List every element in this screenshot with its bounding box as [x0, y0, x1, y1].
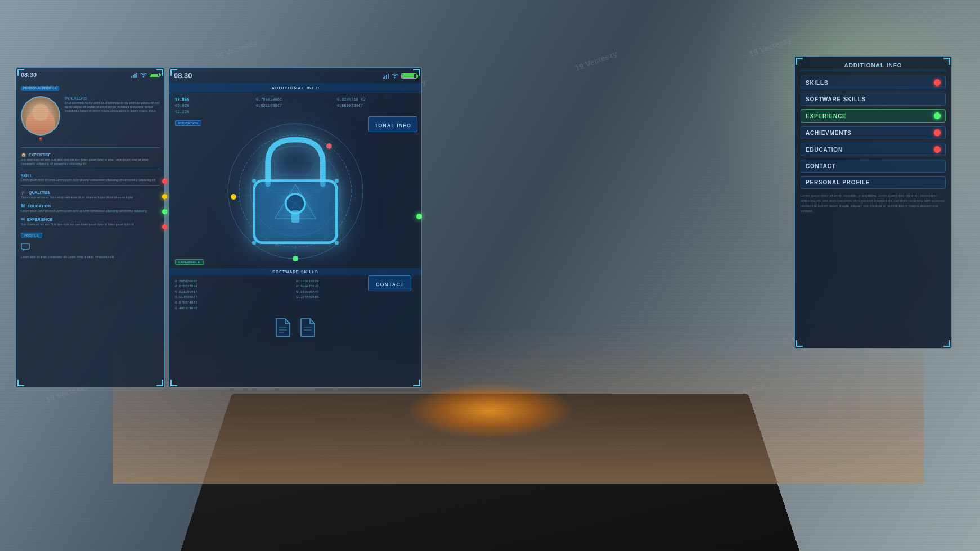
profile-body-text: Ex ut commodo tis eur amet Ex ut commodo… [65, 101, 160, 113]
qualities-text: Talon volutp velit esse Talon volutp vel… [21, 196, 160, 200]
num-092: 0.921186917 [256, 103, 335, 109]
divider-3 [21, 185, 160, 186]
experience-label-right: EXPERIENCE [806, 113, 934, 119]
experience-dot [934, 112, 941, 119]
center-panel-header: 08.30 [169, 68, 421, 83]
panel-header: 08:30 [16, 68, 164, 82]
skills-row[interactable]: SKILLS [801, 76, 946, 89]
dot-red-2 [162, 224, 167, 229]
qualities-section: 🎓 QUALITIES Talon volutp velit esse Talo… [16, 187, 164, 201]
expertise-section: 🏠 EXPERTISE Suis dom nunc em sem Suis do… [16, 150, 164, 167]
left-panel: 08:30 PERSONAL PROFILE [16, 67, 165, 388]
dot-yellow-1 [162, 194, 167, 199]
dot-green-1 [162, 209, 167, 214]
tonal-info-label: TONAL INFO [375, 123, 411, 128]
lock-area: 0.440431841 0.045884802 0.395021032 0.82… [169, 129, 421, 253]
center-wifi-icon [391, 73, 399, 79]
graduation-icon: 🎓 [21, 190, 26, 195]
education-text: Lorem ipsum dolor sit amet Lorem ipsum d… [21, 209, 160, 213]
corner-tr-r [943, 58, 950, 65]
education-section: 🏛 EDUCATION Lorem ipsum dolor sit amet L… [16, 201, 164, 214]
tonal-info-panel: TONAL INFO [368, 116, 417, 132]
avatar-head [32, 104, 49, 121]
center-status-icons [383, 73, 417, 79]
experience-badge: EXPERIENCE [175, 259, 204, 265]
software-skills-row[interactable]: SOFTWARE SKILLS [801, 93, 946, 106]
profile-text-block: INTERESTS Ex ut commodo tis eur amet Ex … [65, 96, 160, 113]
divider-1 [21, 147, 160, 148]
chat-area [16, 241, 164, 254]
file-icons-row [169, 314, 421, 341]
achievements-dot [934, 129, 941, 136]
corner-br-c [413, 380, 420, 386]
skill-label: SKILL [21, 174, 160, 178]
num-09: 09.02% [175, 103, 254, 109]
experience-row[interactable]: EXPERIENCE [801, 109, 946, 123]
svg-point-2 [394, 76, 396, 78]
wifi-icon [140, 72, 147, 78]
education-dot [934, 146, 941, 153]
dot-green-2 [416, 214, 422, 219]
center-panel: 08.30 ADDITIONAL INFO 97.85% 09.02 [169, 67, 422, 388]
personal-profile-tag: PERSONAL PROFILE [21, 86, 59, 91]
personal-profile-label: PERSONAL PROFILE [806, 179, 941, 186]
contact-row[interactable]: CONTACT [801, 160, 946, 173]
num-078: 0.785820061 [256, 97, 335, 103]
skill-section: SKILL Lorem ipsum dolor sit amet Lorem i… [16, 171, 164, 183]
achievements-label: ACHIEVMENTS [806, 130, 934, 136]
signal-bars-icon [131, 72, 137, 78]
num-092a: 0.9204716 42 [337, 97, 416, 103]
location-pin-icon: 📍 [37, 137, 44, 143]
skill-text: Lorem ipsum dolor sit amet Lorem ipsum d… [21, 178, 160, 182]
corner-br [156, 380, 163, 386]
skills-dot [934, 79, 941, 86]
experience-text: Suis dom nunc em sem Suis dom nunc em se… [21, 223, 160, 227]
status-icons [131, 72, 160, 78]
education-label-right: EDUCATION [806, 147, 934, 153]
corner-bl-r [796, 340, 803, 347]
chat-icon [21, 243, 32, 252]
file-icon-1 [275, 318, 291, 337]
interests-label: INTERESTS [65, 96, 160, 100]
num-095: 0.956073447 [337, 103, 416, 109]
svg-rect-1 [21, 243, 29, 249]
education-badge: EDUCATION [175, 120, 201, 126]
experience-section-left: ✉ EXPERIENCE Suis dom nunc em sem Suis d… [16, 214, 164, 228]
footer-text-area: Lorem dolor sit amet, consectetur elit L… [16, 254, 164, 260]
expertise-label: 🏠 EXPERTISE [21, 152, 160, 157]
keyboard-glow [406, 382, 574, 439]
svg-point-18 [335, 179, 339, 183]
lock-icon [239, 129, 352, 253]
right-panel-title: ADDITIONAL INFO [801, 62, 946, 71]
right-panel: ADDITIONAL INFO SKILLS SOFTWARE SKILLS E… [794, 56, 952, 349]
corner-tl-c [170, 69, 177, 76]
education-row[interactable]: EDUCATION [801, 143, 946, 156]
profile-tag-area: PERSONAL PROFILE [16, 82, 164, 94]
contact-label: CONTACT [376, 282, 404, 287]
skills-label: SKILLS [806, 80, 934, 86]
profile-section: 📍 INTERESTS Ex ut commodo tis eur amet E… [16, 94, 164, 146]
achievements-row[interactable]: ACHIEVMENTS [801, 126, 946, 139]
contact-panel: CONTACT [368, 276, 411, 291]
contact-label-right: CONTACT [806, 163, 941, 169]
personal-profile-row[interactable]: PERSONAL PROFILE [801, 176, 946, 189]
num-97: 97.85% [175, 97, 254, 103]
email-icon: ✉ [21, 217, 25, 222]
corner-tl-r [796, 58, 803, 65]
svg-rect-14 [291, 210, 300, 223]
glow-dots-right [416, 214, 422, 219]
location-row: 📍 [37, 137, 44, 143]
software-skills-label-right: SOFTWARE SKILLS [806, 96, 941, 102]
center-battery-icon [401, 73, 417, 79]
profile-badge: PROFILE [21, 233, 42, 238]
footer-text: Lorem dolor sit amet, consectetur elit L… [21, 255, 160, 259]
svg-point-0 [143, 76, 145, 78]
corner-br-r [943, 340, 950, 347]
dot-red-1 [162, 179, 167, 184]
file-icon-2 [300, 318, 316, 337]
right-panel-lorem: Lorem ipsum dolor sit amet, consectetur … [801, 193, 946, 214]
building-icon: 🏛 [21, 204, 25, 209]
qualities-label: 🎓 QUALITIES [21, 190, 160, 195]
battery-icon [150, 73, 160, 77]
additional-info-label: ADDITIONAL INFO [169, 83, 421, 93]
